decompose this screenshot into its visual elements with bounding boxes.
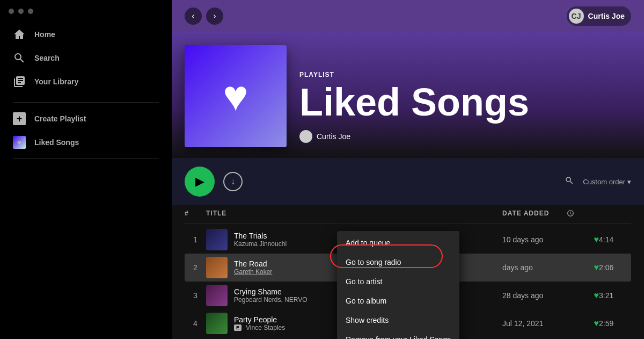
sidebar-divider-1 bbox=[13, 102, 159, 103]
context-label-add-to-queue: Add to queue bbox=[346, 239, 390, 247]
app-layout: Home Search Your Library bbox=[0, 0, 644, 339]
context-menu-remove-liked[interactable]: Remove from your Liked Songs bbox=[337, 330, 459, 339]
context-menu: Add to queue Go to song radio Go to arti… bbox=[337, 231, 459, 339]
track-thumb-4 bbox=[206, 313, 228, 334]
hero-section: ♥ PLAYLIST Liked Songs Curtis Joe bbox=[172, 32, 644, 158]
track-date-2: days ago bbox=[502, 263, 567, 272]
context-menu-song-radio[interactable]: Go to song radio bbox=[337, 253, 459, 272]
controls-bar: ▶ ↓ Custom order ▾ bbox=[172, 158, 644, 205]
liked-icon-1[interactable]: ♥ bbox=[594, 235, 599, 244]
track-thumb-3 bbox=[206, 285, 228, 306]
play-button[interactable]: ▶ bbox=[185, 167, 215, 197]
liked-icon-2[interactable]: ♥ bbox=[594, 263, 599, 272]
playlist-title: Liked Songs bbox=[299, 83, 631, 121]
context-menu-add-to-queue[interactable]: Add to queue bbox=[337, 233, 459, 253]
context-label-show-credits: Show credits bbox=[346, 316, 389, 324]
sidebar-home-label: Home bbox=[34, 30, 55, 39]
track-artist-row-4: E Vince Staples bbox=[234, 324, 285, 331]
track-text-4: Party People E Vince Staples bbox=[234, 315, 285, 331]
track-duration-2: 2:06 bbox=[599, 263, 631, 272]
window-dot-3[interactable] bbox=[28, 9, 33, 14]
avatar: CJ bbox=[569, 9, 584, 24]
track-actions-1: ♥ bbox=[567, 235, 599, 244]
nav-arrows: ‹ › bbox=[185, 8, 223, 25]
sidebar-divider-2 bbox=[13, 158, 159, 159]
sidebar-item-home[interactable]: Home bbox=[0, 23, 172, 46]
track-text-3: Crying Shame Pegboard Nerds, NERVO bbox=[234, 287, 308, 304]
liked-songs-label: Liked Songs bbox=[34, 138, 79, 147]
track-duration-4: 2:59 bbox=[599, 319, 631, 328]
controls-right: Custom order ▾ bbox=[565, 176, 631, 188]
header-album bbox=[395, 210, 502, 219]
track-name-2: The Road bbox=[234, 259, 272, 268]
track-date-4: Jul 12, 2021 bbox=[502, 319, 567, 328]
chevron-down-icon: ▾ bbox=[627, 178, 631, 186]
search-icon bbox=[13, 52, 26, 64]
track-duration-3: 3:21 bbox=[599, 291, 631, 300]
track-name-1: The Trials bbox=[234, 232, 287, 240]
home-icon bbox=[13, 28, 26, 41]
sidebar-item-search[interactable]: Search bbox=[0, 46, 172, 70]
custom-order-label: Custom order bbox=[583, 178, 625, 186]
user-menu[interactable]: CJ Curtis Joe bbox=[567, 6, 631, 26]
sidebar-topbar bbox=[0, 4, 172, 18]
sidebar-nav: Home Search Your Library bbox=[0, 18, 172, 98]
sidebar: Home Search Your Library bbox=[0, 0, 172, 339]
sidebar-create-playlist[interactable]: + Create Playlist bbox=[0, 107, 172, 131]
track-actions-4: ♥ bbox=[567, 319, 599, 328]
cover-heart-icon: ♥ bbox=[223, 71, 248, 121]
user-name: Curtis Joe bbox=[588, 12, 625, 20]
playlist-info: PLAYLIST Liked Songs Curtis Joe bbox=[299, 71, 631, 147]
track-name-4: Party People bbox=[234, 315, 285, 324]
context-label-song-radio: Go to song radio bbox=[346, 258, 401, 266]
liked-icon-3[interactable]: ♥ bbox=[594, 291, 599, 300]
track-actions-3: ♥ bbox=[567, 291, 599, 300]
track-num-1: 1 bbox=[185, 235, 206, 244]
context-label-go-artist: Go to artist bbox=[346, 277, 382, 286]
track-text-2: The Road Gareth Koker bbox=[234, 259, 272, 276]
track-date-1: 10 days ago bbox=[502, 235, 567, 244]
header-title: TITLE bbox=[206, 210, 395, 219]
sidebar-liked-songs[interactable]: ♥ Liked Songs bbox=[0, 131, 172, 154]
track-actions-2: ♥ bbox=[567, 263, 599, 272]
context-menu-go-album[interactable]: Go to album bbox=[337, 291, 459, 311]
context-label-remove-liked: Remove from your Liked Songs bbox=[346, 335, 451, 339]
liked-songs-icon: ♥ bbox=[13, 136, 26, 149]
search-tracks-icon[interactable] bbox=[565, 176, 574, 188]
download-button[interactable]: ↓ bbox=[223, 172, 243, 191]
context-label-go-album: Go to album bbox=[346, 297, 386, 305]
custom-order-selector[interactable]: Custom order ▾ bbox=[583, 178, 631, 186]
sidebar-search-label: Search bbox=[34, 54, 60, 62]
playlist-type-label: PLAYLIST bbox=[299, 71, 631, 78]
context-menu-go-artist[interactable]: Go to artist bbox=[337, 272, 459, 291]
explicit-badge-4: E bbox=[234, 324, 241, 331]
plus-icon: + bbox=[13, 112, 26, 125]
back-button[interactable]: ‹ bbox=[185, 8, 202, 25]
track-artist-4: Vince Staples bbox=[246, 324, 285, 331]
forward-button[interactable]: › bbox=[206, 8, 223, 25]
sidebar-library-label: Your Library bbox=[34, 77, 78, 86]
window-dot-2[interactable] bbox=[18, 9, 24, 14]
track-duration-1: 4:14 bbox=[599, 235, 631, 244]
playlist-meta: Curtis Joe bbox=[299, 130, 631, 143]
meta-avatar bbox=[299, 130, 312, 143]
context-menu-show-credits[interactable]: Show credits bbox=[337, 311, 459, 330]
library-icon bbox=[13, 75, 26, 88]
header-date: DATE ADDED bbox=[502, 210, 567, 219]
header-num: # bbox=[185, 210, 206, 219]
header-clock bbox=[567, 210, 599, 219]
track-num-4: 4 bbox=[185, 319, 206, 328]
track-name-3: Crying Shame bbox=[234, 287, 308, 296]
track-date-3: 28 days ago bbox=[502, 291, 567, 300]
top-bar: ‹ › CJ Curtis Joe bbox=[172, 0, 644, 32]
meta-user: Curtis Joe bbox=[317, 132, 350, 141]
track-num-2: 2 bbox=[185, 263, 206, 272]
track-artist-3: Pegboard Nerds, NERVO bbox=[234, 296, 308, 304]
track-thumb-2 bbox=[206, 257, 228, 278]
window-dot-1[interactable] bbox=[9, 9, 14, 14]
track-thumb-1 bbox=[206, 229, 228, 250]
track-artist-2[interactable]: Gareth Koker bbox=[234, 268, 272, 276]
create-playlist-label: Create Playlist bbox=[34, 114, 86, 123]
liked-icon-4[interactable]: ♥ bbox=[594, 319, 599, 328]
sidebar-item-library[interactable]: Your Library bbox=[0, 70, 172, 93]
